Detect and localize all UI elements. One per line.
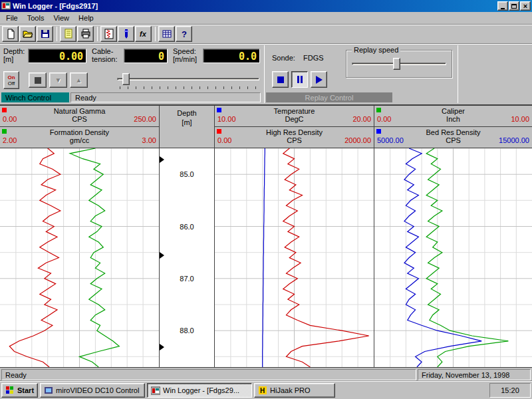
scale-min: 2.00	[3, 136, 17, 144]
curve-color-marker	[217, 108, 221, 112]
replay-pause-button[interactable]	[291, 71, 308, 88]
replay-play-button[interactable]	[311, 71, 327, 88]
task-mirovideo[interactable]: miroVIDEO DC10 Control	[40, 383, 145, 398]
task-win-logger[interactable]: Win Logger - [Fdgs29...	[147, 383, 252, 398]
stop-square-icon	[35, 77, 41, 84]
curve-color-marker	[2, 108, 7, 112]
sonde-setup-button[interactable]	[118, 26, 134, 42]
bed-res-density-curve	[404, 148, 481, 367]
pause-icon	[297, 76, 303, 83]
scale-max: 15000.00	[499, 136, 529, 144]
data-table-button[interactable]	[158, 26, 175, 42]
replay-speed-group: Replay speed	[346, 50, 452, 78]
menu-help[interactable]: Help	[74, 13, 98, 23]
natural-gamma-curve	[9, 148, 61, 367]
new-document-button[interactable]	[2, 26, 19, 42]
depth-column: 85.086.087.088.0	[160, 148, 214, 367]
panel-divider	[458, 45, 458, 103]
scale-min: 0.00	[377, 115, 391, 123]
curve-title: Natural Gamma	[0, 107, 159, 115]
curve-title: Bed Res Density	[374, 128, 532, 136]
save-file-button[interactable]	[37, 26, 53, 42]
task-hijaak[interactable]: H HiJaak PRO	[254, 383, 335, 398]
speed-display: 0.0	[203, 49, 260, 63]
winch-control-label: Winch Control	[1, 92, 69, 102]
functions-button[interactable]: fx	[135, 26, 152, 42]
on-off-button[interactable]: On Off	[3, 71, 19, 89]
track3-plot	[374, 148, 532, 367]
log-chart-area: 85.086.087.088.0	[0, 148, 532, 368]
menu-tools[interactable]: Tools	[23, 13, 49, 23]
track2-curve2-header: High Res Density 0.00CPS2000.00	[215, 127, 374, 148]
win-logger-icon	[151, 386, 160, 395]
curve-unit: CPS	[72, 115, 87, 123]
menu-file[interactable]: File	[1, 13, 23, 23]
close-button[interactable]: ×	[520, 1, 531, 11]
winch-up-button[interactable]: ▲	[70, 72, 88, 88]
depth-marker-arrow	[160, 252, 164, 259]
scale-min: 10.00	[217, 115, 236, 123]
maximize-icon	[511, 4, 517, 9]
replay-control-label: Replay Control	[266, 92, 392, 102]
track1-plot	[0, 148, 159, 367]
toolbar: fx ?	[0, 25, 532, 44]
toolbar-separator	[57, 27, 57, 41]
depth-display: 0.00	[28, 49, 86, 63]
up-arrow-icon: ▲	[76, 76, 82, 84]
sonde-value: FDGS	[303, 54, 324, 62]
winch-status: Ready	[70, 92, 261, 102]
toolbar-separator	[155, 27, 156, 41]
app-icon	[1, 1, 11, 11]
view-report-button[interactable]	[60, 26, 76, 42]
maximize-button[interactable]	[509, 1, 519, 11]
panel-divider	[264, 45, 265, 103]
replay-stop-button[interactable]	[272, 71, 289, 88]
report-icon	[63, 29, 74, 39]
windows-logo-icon	[5, 386, 15, 395]
menu-view[interactable]: View	[49, 13, 74, 23]
curve-unit: gm/cc	[70, 136, 89, 144]
stop-icon	[277, 76, 284, 83]
replay-speed-slider[interactable]	[352, 57, 446, 72]
down-arrow-icon: ▼	[55, 76, 62, 84]
track2-plot	[215, 148, 374, 367]
winch-down-button[interactable]: ▼	[49, 72, 67, 88]
depth-marker-arrow	[160, 156, 164, 163]
curve-unit: DegC	[285, 115, 303, 123]
scale-max: 20.00	[352, 115, 371, 123]
taskbar: Start miroVIDEO DC10 Control Win Logger …	[0, 381, 532, 399]
svg-text:?: ?	[182, 29, 187, 39]
track1-curve2-header: Formation Density 2.00gm/cc3.00	[0, 127, 159, 148]
curve-color-marker	[217, 129, 221, 134]
help-icon: ?	[179, 29, 190, 39]
scale-max: 2000.00	[344, 136, 371, 144]
curve-title: High Res Density	[215, 128, 374, 136]
curve-unit: Inch	[446, 115, 460, 123]
svg-text:H: H	[260, 387, 265, 394]
cable-tension-label: Cable-tension:	[92, 47, 118, 63]
log-settings-button[interactable]	[100, 26, 117, 42]
svg-text:fx: fx	[140, 30, 147, 38]
log-curve-icon	[104, 29, 114, 39]
track3-curve1-header: Caliper 0.00Inch10.00	[374, 106, 532, 126]
winch-speed-slider[interactable]	[117, 72, 259, 90]
help-button[interactable]: ?	[176, 26, 192, 42]
print-button[interactable]	[77, 26, 94, 42]
clock: 15:20	[501, 386, 519, 394]
slider-thumb[interactable]	[122, 73, 130, 85]
minimize-icon	[501, 8, 505, 9]
slider-groove	[117, 78, 259, 80]
slider-thumb[interactable]	[393, 58, 400, 70]
open-file-button[interactable]	[19, 26, 36, 42]
start-button[interactable]: Start	[1, 383, 38, 398]
curve-color-marker	[376, 129, 381, 134]
toolbar-separator	[97, 27, 98, 41]
depth-label: Depth:[m]	[3, 47, 25, 63]
winch-stop-button[interactable]	[29, 72, 47, 88]
minimize-button[interactable]	[497, 1, 508, 11]
depth-marker-arrow	[160, 344, 164, 350]
slider-ticks	[120, 86, 257, 89]
depth-label: 86.0	[180, 223, 194, 231]
speed-label: Speed:[m/min]	[173, 47, 197, 63]
menubar: File Tools View Help	[0, 12, 532, 25]
